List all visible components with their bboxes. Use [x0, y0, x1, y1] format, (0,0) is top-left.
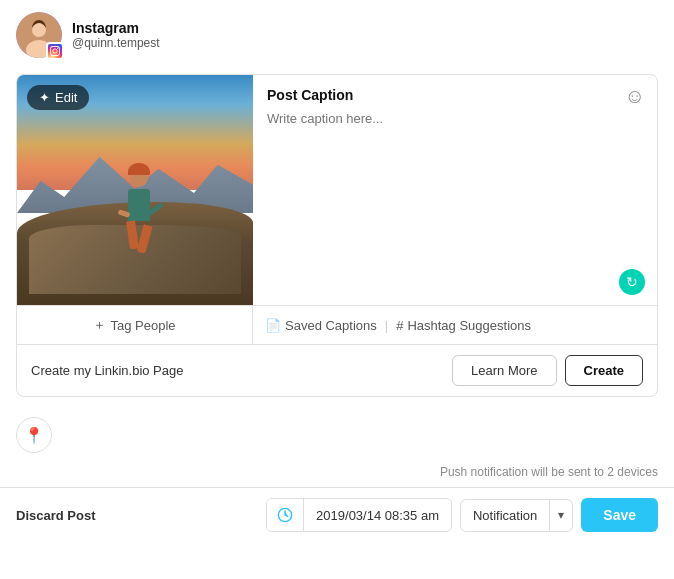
datetime-selector[interactable]: 2019/03/14 08:35 am — [266, 498, 452, 532]
caption-input[interactable] — [267, 111, 643, 293]
pipe-divider: | — [385, 318, 388, 333]
notification-info: Push notification will be sent to 2 devi… — [0, 461, 674, 487]
notification-type-label: Notification — [461, 500, 549, 531]
linkin-bio-bar: Create my Linkin.bio Page Learn More Cre… — [17, 345, 657, 396]
hashtag-suggestions-button[interactable]: # Hashtag Suggestions — [396, 318, 531, 333]
emoji-button[interactable]: ☺ — [625, 85, 645, 108]
saved-captions-label: Saved Captions — [285, 318, 377, 333]
caption-label: Post Caption — [267, 87, 643, 103]
sparkle-icon: ✦ — [39, 90, 50, 105]
tag-bar: ＋ Tag People 📄 Saved Captions | # Hashta… — [17, 306, 657, 345]
footer-bar: Discard Post 2019/03/14 08:35 am Notific… — [0, 487, 674, 542]
account-handle: @quinn.tempest — [72, 36, 160, 50]
learn-more-button[interactable]: Learn More — [452, 355, 556, 386]
post-content-area: ✦ Edit Post Caption ☺ ↻ — [17, 75, 657, 306]
notification-selector[interactable]: Notification ▾ — [460, 499, 573, 532]
linkin-actions: Learn More Create — [452, 355, 643, 386]
post-image: ✦ Edit — [17, 75, 253, 305]
caption-section: Post Caption ☺ ↻ — [253, 75, 657, 305]
location-button[interactable]: 📍 — [16, 417, 52, 453]
save-button[interactable]: Save — [581, 498, 658, 532]
dropdown-arrow-icon[interactable]: ▾ — [549, 500, 572, 530]
saved-captions-button[interactable]: 📄 Saved Captions — [265, 318, 377, 333]
photo-person-figure — [111, 169, 166, 264]
avatar[interactable] — [16, 12, 62, 58]
caption-tools: 📄 Saved Captions | # Hashtag Suggestions — [253, 306, 657, 344]
account-info: Instagram @quinn.tempest — [72, 20, 160, 50]
header: Instagram @quinn.tempest — [0, 0, 674, 70]
footer-right: 2019/03/14 08:35 am Notification ▾ Save — [266, 498, 658, 532]
platform-name: Instagram — [72, 20, 160, 36]
clock-icon — [267, 499, 304, 531]
refresh-button[interactable]: ↻ — [619, 269, 645, 295]
edit-button[interactable]: ✦ Edit — [27, 85, 89, 110]
tag-people-label: Tag People — [110, 318, 175, 333]
instagram-badge-icon — [46, 42, 64, 60]
linkin-text: Create my Linkin.bio Page — [31, 363, 183, 378]
document-icon: 📄 — [265, 318, 281, 333]
plus-icon: ＋ — [93, 316, 106, 334]
edit-label: Edit — [55, 90, 77, 105]
hash-icon: # — [396, 318, 403, 333]
tag-people-button[interactable]: ＋ Tag People — [17, 306, 253, 344]
post-card: ✦ Edit Post Caption ☺ ↻ ＋ Tag People 📄 S… — [16, 74, 658, 397]
datetime-value: 2019/03/14 08:35 am — [304, 500, 451, 531]
location-icon: 📍 — [24, 426, 44, 445]
location-row: 📍 — [0, 409, 674, 461]
push-notification-text: Push notification will be sent to 2 devi… — [440, 465, 658, 479]
discard-button[interactable]: Discard Post — [16, 508, 95, 523]
hashtag-suggestions-label: Hashtag Suggestions — [407, 318, 531, 333]
create-button[interactable]: Create — [565, 355, 643, 386]
